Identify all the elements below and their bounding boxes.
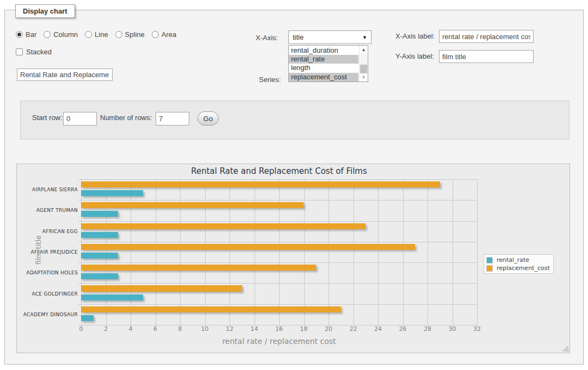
gridline-vertical: [131, 179, 131, 327]
bar-rental_rate: [81, 190, 143, 196]
x-tick-label: 2: [104, 325, 108, 333]
series-option[interactable]: rental_rate: [289, 55, 358, 64]
series-scrollbar[interactable]: ▲ ▼: [359, 46, 368, 81]
x-axis-select[interactable]: title ▼: [288, 30, 372, 44]
bar-replacement_cost: [81, 223, 366, 229]
gridline-horizontal: [78, 221, 477, 222]
gridline-vertical: [378, 179, 379, 327]
chart-title: Rental Rate and Replacement Cost of Film…: [81, 166, 477, 176]
gridline-vertical: [230, 179, 230, 327]
scroll-down-icon[interactable]: ▼: [360, 73, 368, 81]
chart-type-option-label: Line: [95, 30, 108, 39]
gridline-vertical: [354, 179, 354, 327]
chart-type-group: BarColumnLineSplineArea: [16, 30, 176, 39]
checkbox-icon: [16, 48, 23, 55]
x-tick-label: 16: [275, 325, 283, 333]
bar-replacement_cost: [81, 181, 440, 187]
chart-type-option-label: Area: [162, 30, 176, 39]
bar-replacement_cost: [81, 306, 341, 312]
chart-type-spline[interactable]: Spline: [115, 30, 145, 39]
gridline-vertical: [304, 179, 305, 327]
radio-icon: [152, 31, 159, 38]
x-axis-label-input[interactable]: [439, 30, 534, 43]
bar-replacement_cost: [81, 265, 316, 271]
x-tick-label: 6: [153, 325, 157, 333]
series-listbox[interactable]: rental_durationrental_ratelengthreplacem…: [288, 45, 368, 82]
chart-type-option-label: Spline: [125, 30, 145, 39]
gridline-vertical: [180, 179, 181, 327]
gridline-vertical: [255, 179, 255, 327]
y-category-label: ACE GOLDFINGER: [32, 291, 78, 297]
x-tick-label: 18: [300, 325, 308, 333]
x-tick-label: 20: [325, 325, 332, 333]
plot-area: [81, 179, 477, 325]
x-axis-label: X-Axis:: [256, 34, 278, 42]
y-axis-label-field-label: Y-Axis label:: [395, 52, 434, 60]
chart-title-input[interactable]: [17, 68, 113, 81]
gridline-vertical: [205, 179, 206, 327]
radio-icon: [115, 31, 122, 38]
gridline-vertical: [428, 179, 428, 327]
chart-legend: rental_ratereplacement_cost: [484, 254, 554, 274]
x-tick-label: 30: [449, 325, 456, 333]
gridline-vertical: [453, 179, 453, 327]
series-label: Series:: [259, 76, 281, 84]
y-category-label: AIRPLANE SIERRA: [32, 187, 78, 192]
scroll-up-icon[interactable]: ▲: [360, 46, 368, 54]
x-tick-label: 12: [226, 325, 233, 333]
stacked-checkbox[interactable]: Stacked: [16, 48, 52, 56]
x-tick-label: 24: [374, 325, 382, 333]
chart-type-column[interactable]: Column: [44, 30, 78, 39]
num-rows-label: Number of rows:: [100, 114, 152, 122]
x-tick-label: 28: [424, 325, 431, 333]
x-tick-label: 0: [79, 325, 83, 333]
y-category-label: AGENT TRUMAN: [36, 208, 78, 213]
y-axis-label-input[interactable]: [439, 50, 534, 63]
chart-type-area[interactable]: Area: [152, 30, 176, 39]
stacked-label: Stacked: [26, 48, 52, 56]
legend-row: replacement_cost: [485, 264, 552, 272]
y-category-label: AFRICAN EGG: [42, 229, 78, 234]
chevron-down-icon: ▼: [362, 35, 367, 40]
y-category-label: ADAPTATION HOLES: [26, 270, 78, 275]
rows-fieldset: Start row: Number of rows: Go: [20, 101, 570, 140]
chart-type-bar[interactable]: Bar: [16, 30, 36, 39]
gridline-vertical: [329, 179, 329, 327]
bar-rental_rate: [81, 211, 118, 217]
gridline-vertical: [279, 179, 280, 327]
go-button[interactable]: Go: [197, 111, 219, 126]
num-rows-input[interactable]: [156, 112, 189, 126]
start-row-label: Start row:: [32, 114, 63, 122]
gridline-vertical: [477, 179, 478, 327]
x-tick-label: 8: [178, 325, 182, 333]
series-options: rental_durationrental_ratelengthreplacem…: [289, 46, 358, 81]
resize-handle-icon[interactable]: [562, 346, 568, 352]
gridline-vertical: [403, 179, 404, 327]
x-tick-label: 22: [350, 325, 357, 333]
fieldset-legend: Display chart: [15, 4, 75, 18]
x-axis-title: rental rate / replacement cost: [81, 337, 477, 346]
gridline-horizontal: [78, 304, 477, 305]
x-axis-tick-labels: 02468101214161820222426283032: [81, 325, 477, 333]
chart-type-line[interactable]: Line: [85, 30, 108, 39]
bar-rental_rate: [81, 253, 118, 259]
gridline-horizontal: [78, 283, 477, 284]
legend-label: rental_rate: [497, 256, 529, 264]
gridline-horizontal: [78, 242, 477, 242]
chart-type-option-label: Column: [53, 30, 78, 39]
x-tick-label: 4: [129, 325, 133, 333]
chart-container: Rental Rate and Replacement Cost of Film…: [16, 164, 570, 353]
series-option[interactable]: length: [289, 64, 358, 72]
radio-icon: [16, 31, 23, 38]
chart-type-option-label: Bar: [26, 30, 36, 39]
series-option[interactable]: rental_duration: [289, 46, 358, 55]
y-axis-category-labels: AIRPLANE SIERRAAGENT TRUMANAFRICAN EGGAF…: [17, 179, 78, 325]
bar-rental_rate: [81, 315, 94, 321]
start-row-input[interactable]: [63, 112, 97, 126]
gridline-vertical: [156, 179, 156, 327]
legend-row: rental_rate: [485, 256, 552, 264]
bar-replacement_cost: [81, 202, 304, 208]
x-axis-selected-value: title: [293, 33, 304, 41]
series-option[interactable]: replacement_cost: [289, 73, 358, 81]
bar-replacement_cost: [81, 244, 415, 250]
